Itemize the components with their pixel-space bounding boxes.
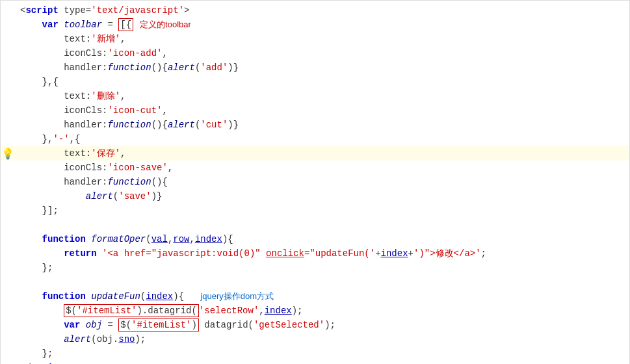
gutter-14 <box>1 189 15 190</box>
gutter-2 <box>1 18 15 19</box>
line-content-18: return '<a href="javascript:void(0)" onc… <box>15 246 629 261</box>
gutter-25 <box>1 346 15 348</box>
code-line-22: $('#itemList').datagrid('selectRow',inde… <box>1 304 629 318</box>
line-content-20 <box>15 275 629 289</box>
line-content-1: <script type='text/javascript'> <box>15 3 629 18</box>
line-content-12: iconCls:'icon-save', <box>15 161 629 175</box>
line-content-7: text:'删除', <box>15 89 629 103</box>
code-line-14: alert('save')} <box>1 189 629 203</box>
line-content-9: handler:function(){alert('cut')} <box>15 118 629 132</box>
code-line-10: },'-',{ <box>1 132 629 146</box>
gutter-23 <box>1 318 15 319</box>
code-line-11: 💡 text:'保存', <box>1 146 629 161</box>
gutter-12 <box>1 161 15 162</box>
gutter-21 <box>1 289 15 291</box>
code-line-4: iconCls:'icon-add', <box>1 46 629 60</box>
gutter-16 <box>1 218 15 219</box>
code-line-6: },{ <box>1 75 629 89</box>
line-content-14: alert('save')} <box>15 189 629 203</box>
code-line-3: text:'新增', <box>1 32 629 46</box>
line-content-6: },{ <box>15 75 629 89</box>
code-line-19: }; <box>1 261 629 275</box>
gutter-9 <box>1 118 15 119</box>
code-line-24: alert(obj.sno); <box>1 332 629 346</box>
code-line-12: iconCls:'icon-save', <box>1 161 629 175</box>
bulb-icon: 💡 <box>1 149 14 161</box>
gutter-1 <box>1 3 15 5</box>
code-line-16 <box>1 218 629 232</box>
gutter-10 <box>1 132 15 133</box>
gutter-6 <box>1 75 15 76</box>
line-content-3: text:'新增', <box>15 32 629 46</box>
line-content-19: }; <box>15 261 629 275</box>
line-content-22: $('#itemList').datagrid('selectRow',inde… <box>15 304 629 318</box>
line-content-2: var toolbar = [{定义的toolbar <box>15 18 629 32</box>
gutter-3 <box>1 32 15 33</box>
gutter-18 <box>1 246 15 248</box>
code-line-26: </script> <box>1 361 629 364</box>
line-content-25: }; <box>15 346 629 361</box>
code-line-15: }]; <box>1 203 629 218</box>
gutter-19 <box>1 261 15 262</box>
gutter-15 <box>1 203 15 205</box>
gutter-20 <box>1 275 15 276</box>
code-line-23: var obj = $('#itemList') datagrid('getSe… <box>1 318 629 332</box>
code-line-9: handler:function(){alert('cut')} <box>1 118 629 132</box>
code-line-21: function updateFun(index){ jquery操作dom方式 <box>1 289 629 304</box>
line-content-15: }]; <box>15 203 629 218</box>
code-line-7: text:'删除', <box>1 89 629 103</box>
gutter-8 <box>1 103 15 105</box>
code-editor: <script type='text/javascript'> var tool… <box>0 0 630 364</box>
gutter-26 <box>1 361 15 362</box>
line-content-16 <box>15 218 629 232</box>
line-content-5: handler:function(){alert('add')} <box>15 60 629 75</box>
line-content-26: </script> <box>15 361 629 364</box>
gutter-4 <box>1 46 15 47</box>
line-content-10: },'-',{ <box>15 132 629 146</box>
line-content-13: handler:function(){ <box>15 175 629 189</box>
code-line-1: <script type='text/javascript'> <box>1 3 629 18</box>
gutter-22 <box>1 304 15 305</box>
gutter-17 <box>1 232 15 233</box>
gutter-7 <box>1 89 15 90</box>
code-line-13: handler:function(){ <box>1 175 629 189</box>
line-content-8: iconCls:'icon-cut', <box>15 103 629 118</box>
line-content-23: var obj = $('#itemList') datagrid('getSe… <box>15 318 629 332</box>
line-content-17: function formatOper(val,row,index){ <box>15 232 629 246</box>
line-content-11: text:'保存', <box>15 146 629 161</box>
code-line-17: function formatOper(val,row,index){ <box>1 232 629 246</box>
code-line-20 <box>1 275 629 289</box>
line-content-21: function updateFun(index){ jquery操作dom方式 <box>15 289 629 304</box>
code-line-5: handler:function(){alert('add')} <box>1 60 629 75</box>
line-content-4: iconCls:'icon-add', <box>15 46 629 60</box>
gutter-24 <box>1 332 15 333</box>
gutter-11: 💡 <box>1 146 15 161</box>
code-line-18: return '<a href="javascript:void(0)" onc… <box>1 246 629 261</box>
line-content-24: alert(obj.sno); <box>15 332 629 346</box>
code-line-2: var toolbar = [{定义的toolbar <box>1 18 629 32</box>
gutter-5 <box>1 60 15 62</box>
code-line-8: iconCls:'icon-cut', <box>1 103 629 118</box>
gutter-13 <box>1 175 15 176</box>
code-line-25: }; <box>1 346 629 361</box>
